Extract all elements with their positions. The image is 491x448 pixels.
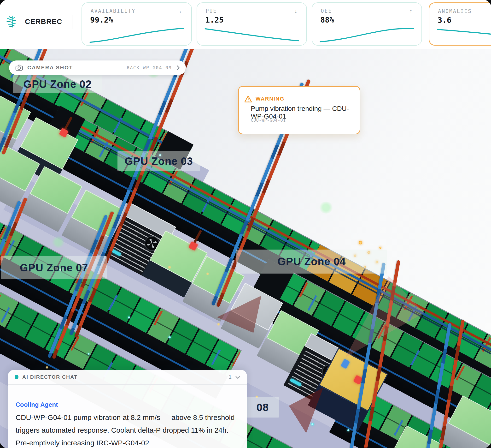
sparkline: [204, 25, 300, 45]
digital-twin-dashboard: GPU Zone 02 GPU Zone 03 GPU Zone 04 GPU …: [0, 0, 491, 448]
trend-arrow-icon: ↓: [294, 8, 297, 14]
sparkline: [319, 25, 415, 45]
chevron-right-icon[interactable]: [176, 65, 180, 70]
warning-title: WARNING: [255, 95, 284, 102]
anomaly-particle: [359, 241, 362, 244]
kpi-label: PUE: [206, 8, 217, 14]
dust-particle: [168, 266, 171, 269]
kpi-value: 88%: [320, 15, 334, 24]
dust-particle: [46, 366, 48, 369]
warning-triangle-icon: [244, 95, 252, 103]
kpi-value: 1.25: [205, 15, 224, 24]
dust-particle: [206, 272, 209, 275]
zone-label-gpu-zone-03: GPU Zone 03: [117, 151, 200, 171]
coolant-particle: [311, 423, 314, 426]
brand: CERBREC: [5, 14, 62, 29]
header-divider: [72, 15, 72, 29]
coolant-particle: [87, 353, 90, 355]
sparkline: [436, 26, 491, 45]
chat-title: AI DIRECTOR CHAT: [22, 374, 78, 380]
rack-glow: [52, 236, 65, 248]
status-dot-icon: [15, 375, 19, 379]
dust-particle: [217, 323, 220, 326]
kpi-card-availability[interactable]: AVAILABILITY 99.2% →: [82, 2, 192, 46]
zone-label-gpu-zone-08: 08: [246, 397, 279, 418]
brand-name: CERBREC: [25, 18, 62, 26]
camera-target-id: RACK-WP-G04-09: [127, 65, 172, 70]
kpi-card-anomalies[interactable]: ANOMALIES 3.6: [429, 2, 491, 46]
chat-agent-name: Cooling Agent: [16, 401, 58, 409]
sparkline: [89, 25, 185, 45]
warning-alert-card[interactable]: WARNING Pump vibration trending — CDU-WP…: [238, 86, 360, 134]
kpi-label: AVAILABILITY: [91, 8, 136, 14]
rack-glow: [319, 202, 333, 214]
logo-icon: [5, 14, 19, 29]
warning-asset-id: CDU-WP-G04-01: [251, 118, 286, 123]
trend-arrow-icon: →: [176, 8, 182, 14]
zone-label-gpu-zone-02: GPU Zone 02: [13, 75, 102, 93]
trend-arrow-icon: ↑: [409, 8, 412, 14]
chat-message: CDU-WP-G04-01 pump vibration at 8.2 mm/s…: [16, 411, 236, 448]
kpi-label: OEE: [321, 8, 332, 14]
top-bar: CERBREC AVAILABILITY 99.2% → PUE 1.25 ↓ …: [0, 0, 491, 49]
kpi-value: 99.2%: [90, 15, 113, 24]
coolant-particle: [347, 429, 349, 431]
ai-director-chat-panel[interactable]: AI DIRECTOR CHAT 1 Cooling Agent CDU-WP-…: [8, 370, 247, 448]
camera-shot-label: CAMERA SHOT: [27, 65, 73, 71]
coolant-particle: [168, 336, 171, 339]
kpi-label: ANOMALIES: [438, 8, 472, 14]
kpi-card-oee[interactable]: OEE 88% ↑: [312, 2, 422, 46]
camera-icon: [15, 64, 23, 71]
chat-header: AI DIRECTOR CHAT 1: [8, 370, 247, 385]
camera-shot-pill[interactable]: CAMERA SHOT RACK-WP-G04-09: [9, 60, 186, 75]
kpi-value: 3.6: [437, 16, 452, 25]
zone-label-gpu-zone-04: GPU Zone 04: [236, 250, 387, 273]
kpi-card-pue[interactable]: PUE 1.25 ↓: [197, 2, 307, 46]
chevron-down-icon[interactable]: [235, 375, 241, 380]
anomaly-particle: [379, 247, 381, 249]
zone-label-gpu-zone-07: GPU Zone 07: [1, 256, 107, 279]
coolant-particle: [128, 316, 130, 319]
chat-count-badge: 1: [229, 374, 232, 380]
